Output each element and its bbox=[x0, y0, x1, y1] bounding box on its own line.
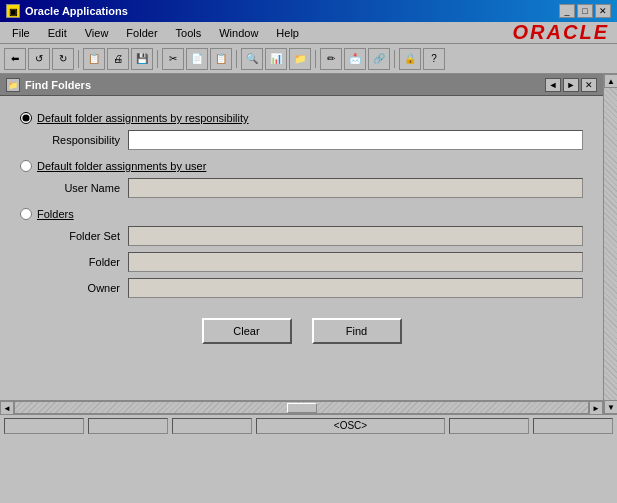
dialog-title: Find Folders bbox=[25, 79, 91, 91]
dialog-container: 📁 Find Folders ◄ ► ✕ Default folder assi… bbox=[0, 74, 603, 386]
toolbar-btn-9[interactable]: 📋 bbox=[210, 48, 232, 70]
menu-tools[interactable]: Tools bbox=[172, 26, 206, 40]
toolbar-btn-10[interactable]: 🔍 bbox=[241, 48, 263, 70]
toolbar: ⬅ ↺ ↻ 📋 🖨 💾 ✂ 📄 📋 🔍 📊 📁 ✏ 📩 🔗 🔒 ? bbox=[0, 44, 617, 74]
owner-label: Owner bbox=[40, 282, 120, 294]
radio-responsibility-text: Default folder assignments by responsibi… bbox=[37, 112, 249, 124]
menu-folder[interactable]: Folder bbox=[122, 26, 161, 40]
oracle-logo: ORACLE bbox=[513, 21, 609, 44]
status-osc: <OSC> bbox=[256, 418, 445, 434]
user-name-input[interactable] bbox=[128, 178, 583, 198]
dialog-title-left: 📁 Find Folders bbox=[6, 78, 91, 92]
user-name-label: User Name bbox=[40, 182, 120, 194]
close-btn[interactable]: ✕ bbox=[595, 4, 611, 18]
folder-input[interactable] bbox=[128, 252, 583, 272]
title-bar: ▣ Oracle Applications _ □ ✕ bbox=[0, 0, 617, 22]
radio-group-folders: Folders Folder Set Folder Owner bbox=[20, 208, 583, 298]
title-bar-controls[interactable]: _ □ ✕ bbox=[559, 4, 611, 18]
status-seg-3 bbox=[172, 418, 252, 434]
minimize-btn[interactable]: _ bbox=[559, 4, 575, 18]
scroll-thumb-h[interactable] bbox=[287, 403, 317, 413]
radio-group-user: Default folder assignments by user User … bbox=[20, 160, 583, 198]
toolbar-btn-1[interactable]: ⬅ bbox=[4, 48, 26, 70]
status-bar: <OSC> bbox=[0, 414, 617, 436]
toolbar-btn-11[interactable]: 📊 bbox=[265, 48, 287, 70]
dialog-collapse-btn[interactable]: ◄ bbox=[545, 78, 561, 92]
radio-responsibility[interactable] bbox=[20, 112, 32, 124]
toolbar-sep-2 bbox=[157, 50, 158, 68]
toolbar-btn-5[interactable]: 🖨 bbox=[107, 48, 129, 70]
button-row: Clear Find bbox=[20, 318, 583, 344]
toolbar-sep-1 bbox=[78, 50, 79, 68]
dialog-title-bar: 📁 Find Folders ◄ ► ✕ bbox=[0, 74, 603, 96]
toolbar-btn-16[interactable]: 🔒 bbox=[399, 48, 421, 70]
toolbar-btn-15[interactable]: 🔗 bbox=[368, 48, 390, 70]
status-seg-6 bbox=[533, 418, 613, 434]
dialog-expand-btn[interactable]: ► bbox=[563, 78, 579, 92]
toolbar-btn-8[interactable]: 📄 bbox=[186, 48, 208, 70]
toolbar-sep-4 bbox=[315, 50, 316, 68]
app-title: Oracle Applications bbox=[25, 5, 128, 17]
folder-label: Folder bbox=[40, 256, 120, 268]
menu-bar: File Edit View Folder Tools Window Help bbox=[8, 26, 303, 40]
status-seg-5 bbox=[449, 418, 529, 434]
radio-group-responsibility: Default folder assignments by responsibi… bbox=[20, 112, 583, 150]
menu-help[interactable]: Help bbox=[272, 26, 303, 40]
title-bar-left: ▣ Oracle Applications bbox=[6, 4, 128, 18]
folder-field-row: Folder bbox=[20, 252, 583, 272]
dialog-close-btn[interactable]: ✕ bbox=[581, 78, 597, 92]
toolbar-btn-17[interactable]: ? bbox=[423, 48, 445, 70]
scroll-down-btn[interactable]: ▼ bbox=[604, 400, 617, 414]
scroll-right-btn[interactable]: ► bbox=[589, 401, 603, 415]
toolbar-btn-13[interactable]: ✏ bbox=[320, 48, 342, 70]
main-area: 📁 Find Folders ◄ ► ✕ Default folder assi… bbox=[0, 74, 617, 414]
toolbar-sep-3 bbox=[236, 50, 237, 68]
menu-edit[interactable]: Edit bbox=[44, 26, 71, 40]
scroll-up-btn[interactable]: ▲ bbox=[604, 74, 617, 88]
toolbar-btn-7[interactable]: ✂ bbox=[162, 48, 184, 70]
scrollbar-horizontal[interactable]: ◄ ► bbox=[0, 400, 603, 414]
dialog-title-controls[interactable]: ◄ ► ✕ bbox=[545, 78, 597, 92]
toolbar-btn-12[interactable]: 📁 bbox=[289, 48, 311, 70]
radio-folders-text: Folders bbox=[37, 208, 74, 220]
owner-input[interactable] bbox=[128, 278, 583, 298]
dialog-icon: 📁 bbox=[6, 78, 20, 92]
radio-label-responsibility[interactable]: Default folder assignments by responsibi… bbox=[20, 112, 583, 124]
menu-window[interactable]: Window bbox=[215, 26, 262, 40]
menu-view[interactable]: View bbox=[81, 26, 113, 40]
scroll-track-h[interactable] bbox=[14, 401, 589, 414]
radio-label-folders[interactable]: Folders bbox=[20, 208, 583, 220]
app-icon: ▣ bbox=[6, 4, 20, 18]
status-seg-2 bbox=[88, 418, 168, 434]
toolbar-sep-5 bbox=[394, 50, 395, 68]
app-header: File Edit View Folder Tools Window Help … bbox=[0, 22, 617, 44]
maximize-btn[interactable]: □ bbox=[577, 4, 593, 18]
scroll-left-btn[interactable]: ◄ bbox=[0, 401, 14, 415]
radio-user-text: Default folder assignments by user bbox=[37, 160, 206, 172]
status-seg-1 bbox=[4, 418, 84, 434]
responsibility-input[interactable] bbox=[128, 130, 583, 150]
menu-file[interactable]: File bbox=[8, 26, 34, 40]
toolbar-btn-3[interactable]: ↻ bbox=[52, 48, 74, 70]
folder-set-input[interactable] bbox=[128, 226, 583, 246]
folder-set-field-row: Folder Set bbox=[20, 226, 583, 246]
radio-label-user[interactable]: Default folder assignments by user bbox=[20, 160, 583, 172]
toolbar-btn-6[interactable]: 💾 bbox=[131, 48, 153, 70]
find-button[interactable]: Find bbox=[312, 318, 402, 344]
scrollbar-vertical[interactable]: ▲ ▼ bbox=[603, 74, 617, 414]
scroll-track-v[interactable] bbox=[604, 88, 617, 400]
toolbar-btn-2[interactable]: ↺ bbox=[28, 48, 50, 70]
toolbar-btn-4[interactable]: 📋 bbox=[83, 48, 105, 70]
toolbar-btn-14[interactable]: 📩 bbox=[344, 48, 366, 70]
user-name-field-row: User Name bbox=[20, 178, 583, 198]
responsibility-label: Responsibility bbox=[40, 134, 120, 146]
owner-field-row: Owner bbox=[20, 278, 583, 298]
radio-folders[interactable] bbox=[20, 208, 32, 220]
responsibility-field-row: Responsibility bbox=[20, 130, 583, 150]
folder-set-label: Folder Set bbox=[40, 230, 120, 242]
dialog-body: Default folder assignments by responsibi… bbox=[0, 96, 603, 360]
clear-button[interactable]: Clear bbox=[202, 318, 292, 344]
radio-user[interactable] bbox=[20, 160, 32, 172]
